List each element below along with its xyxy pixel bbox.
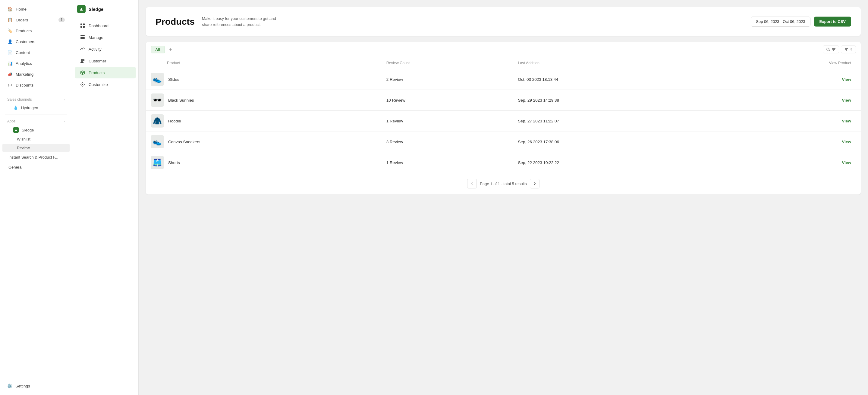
app-title: Sledge	[89, 7, 103, 12]
sidebar-item-products[interactable]: 🏷️ Products	[2, 26, 70, 36]
page-description: Make it easy for your customers to get a…	[202, 16, 286, 27]
sidebar-item-customers[interactable]: 👤 Customers	[2, 36, 70, 47]
sales-channels-section[interactable]: Sales channels ›	[0, 96, 72, 103]
products-table-card: All +	[146, 42, 861, 194]
review-count-cell: 10 Review	[381, 90, 513, 111]
products-table: Product Review Count Last Addition View …	[146, 57, 861, 173]
product-thumbnail: 👟	[151, 73, 164, 86]
nav-item-customize[interactable]: Customize	[75, 79, 136, 90]
sidebar-item-home[interactable]: 🏠 Home	[2, 4, 70, 14]
next-page-button[interactable]	[530, 179, 539, 188]
view-product-cell: View	[715, 131, 861, 152]
sidebar-item-hydrogen[interactable]: 💧 Hydrogen	[2, 104, 70, 112]
col-header-view-product: View Product	[715, 57, 861, 69]
discounts-icon: 🏷	[7, 82, 13, 88]
nav-item-dashboard[interactable]: Dashboard	[75, 20, 136, 31]
last-addition-cell: Oct, 03 2023 18:13:44	[513, 69, 715, 90]
sidebar-item-discounts[interactable]: 🏷 Discounts	[2, 80, 70, 90]
svg-rect-5	[81, 37, 85, 38]
view-product-link[interactable]: View	[842, 160, 851, 165]
products-nav-icon	[80, 70, 86, 76]
review-count-cell: 1 Review	[381, 152, 513, 173]
svg-rect-2	[81, 26, 82, 28]
product-name: Hoodie	[168, 119, 181, 123]
search-filter-button[interactable]	[823, 45, 839, 53]
pagination: Page 1 of 1 - total 5 results	[146, 173, 861, 194]
chevron-left-icon	[470, 182, 474, 185]
view-product-cell: View	[715, 152, 861, 173]
orders-icon: 📋	[7, 17, 13, 23]
nav-item-label: Customize	[89, 82, 108, 87]
nav-item-activity[interactable]: Activity	[75, 43, 136, 55]
marketing-icon: 📣	[7, 71, 13, 77]
app-header: Sledge	[72, 0, 138, 17]
sidebar-item-label: Sledge	[22, 128, 34, 132]
sidebar-item-label: Discounts	[16, 83, 33, 87]
table-row: 👟 Canvas Sneakers 3 Review Sep, 26 2023 …	[146, 131, 861, 152]
sidebar-item-label: Settings	[16, 384, 30, 388]
export-csv-button[interactable]: Export to CSV	[814, 17, 851, 27]
last-addition-cell: Sep, 29 2023 14:29:38	[513, 90, 715, 111]
review-count-cell: 1 Review	[381, 111, 513, 131]
svg-point-8	[83, 59, 85, 61]
sidebar-item-content[interactable]: 📄 Content	[2, 47, 70, 58]
settings-icon: ⚙️	[7, 384, 12, 388]
col-header-last-addition: Last Addition	[513, 57, 715, 69]
last-addition-cell: Sep, 27 2023 11:22:07	[513, 111, 715, 131]
sidebar-item-wishlist[interactable]: Wishlist	[2, 135, 70, 143]
product-name: Canvas Sneakers	[168, 140, 200, 144]
sidebar-item-review[interactable]: Review	[2, 144, 70, 152]
product-cell: 🧥 Hoodie	[146, 111, 381, 131]
sidebar-item-marketing[interactable]: 📣 Marketing	[2, 69, 70, 79]
apps-section[interactable]: Apps ›	[0, 117, 72, 125]
page-header-card: Products Make it easy for your customers…	[146, 7, 861, 36]
product-cell: 👟 Slides	[146, 69, 381, 90]
left-sidebar: 🏠 Home 📋 Orders 1 🏷️ Products 👤 Customer…	[0, 0, 72, 395]
table-row: 🧥 Hoodie 1 Review Sep, 27 2023 11:22:07 …	[146, 111, 861, 131]
view-product-cell: View	[715, 111, 861, 131]
table-row: 👟 Slides 2 Review Oct, 03 2023 18:13:44 …	[146, 69, 861, 90]
sidebar-item-label: Review	[17, 146, 30, 150]
product-thumbnail: 🧥	[151, 114, 164, 127]
divider-2	[5, 115, 67, 115]
nav-item-products[interactable]: Products	[75, 67, 136, 79]
sort-button[interactable]	[841, 45, 856, 53]
table-row: 🩳 Shorts 1 Review Sep, 22 2023 10:22:22 …	[146, 152, 861, 173]
page-title: Products	[156, 17, 195, 27]
nav-item-customer[interactable]: Customer	[75, 55, 136, 67]
section-label: Sales channels	[7, 97, 32, 101]
svg-rect-3	[83, 26, 85, 28]
sidebar-item-general[interactable]: General	[2, 162, 70, 172]
chevron-right-icon-2: ›	[64, 119, 65, 123]
sidebar-item-analytics[interactable]: 📊 Analytics	[2, 58, 70, 68]
add-tab-button[interactable]: +	[167, 46, 174, 53]
table-row: 🕶️ Black Sunnies 10 Review Sep, 29 2023 …	[146, 90, 861, 111]
last-addition-cell: Sep, 22 2023 10:22:22	[513, 152, 715, 173]
view-product-link[interactable]: View	[842, 77, 851, 82]
sidebar-item-instant-search[interactable]: Instant Search & Product F...	[2, 153, 70, 162]
settings-item[interactable]: ⚙️ Settings	[2, 381, 70, 391]
tab-all[interactable]: All	[151, 46, 165, 53]
sidebar-item-orders[interactable]: 📋 Orders 1	[2, 15, 70, 25]
date-range-button[interactable]: Sep 06, 2023 - Oct 06, 2023	[751, 17, 810, 27]
sledge-logo	[77, 5, 86, 13]
home-icon: 🏠	[7, 6, 13, 12]
view-product-link[interactable]: View	[842, 140, 851, 144]
nav-item-label: Customer	[89, 59, 106, 63]
chevron-right-icon	[533, 182, 536, 185]
svg-rect-1	[83, 24, 85, 25]
customer-icon	[80, 58, 86, 64]
product-name: Shorts	[168, 160, 180, 165]
up-down-arrows-icon	[849, 48, 852, 51]
activity-icon	[80, 46, 86, 52]
app-nav: Dashboard Manage Activity Customer Produ…	[72, 17, 138, 395]
prev-page-button[interactable]	[467, 179, 477, 188]
view-product-link[interactable]: View	[842, 119, 851, 123]
view-product-cell: View	[715, 90, 861, 111]
view-product-link[interactable]: View	[842, 98, 851, 102]
middle-sidebar: Sledge Dashboard Manage Activity Custome…	[72, 0, 138, 395]
review-count-cell: 3 Review	[381, 131, 513, 152]
manage-icon	[80, 34, 86, 40]
sidebar-item-sledge[interactable]: Sledge	[2, 125, 70, 134]
nav-item-manage[interactable]: Manage	[75, 32, 136, 43]
